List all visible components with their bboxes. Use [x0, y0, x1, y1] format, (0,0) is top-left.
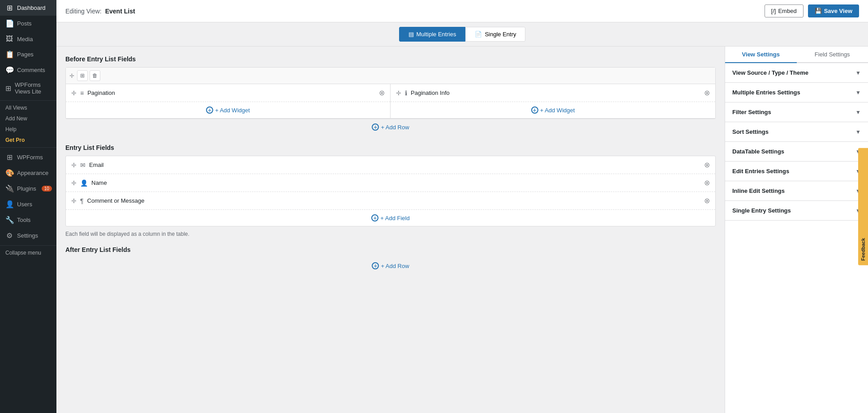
pagination-info-icon: ℹ	[405, 89, 407, 97]
add-field-icon: +	[371, 214, 378, 221]
email-icon: ✉	[80, 162, 86, 169]
editing-view-label: Editing View:	[65, 8, 102, 15]
entry-list-section: Entry List Fields ✛ ✉ Email ⊗ ✛ 👤 Name	[65, 144, 716, 237]
add-icon-2: +	[531, 106, 538, 114]
add-widget-btn-2[interactable]: + + Add Widget	[531, 106, 575, 114]
save-view-button[interactable]: 💾 Save View	[808, 4, 859, 17]
embed-button[interactable]: [/] Embed	[765, 4, 804, 17]
sidebar-item-pages[interactable]: 📋 Pages	[0, 47, 56, 62]
name-icon: 👤	[80, 179, 88, 187]
sidebar-divider-2	[0, 147, 56, 148]
settings-icon: ⚙	[5, 231, 13, 240]
sidebar-item-comments[interactable]: 💬 Comments	[0, 62, 56, 78]
accordion-edit-entries: Edit Entries Settings ▼	[725, 162, 868, 181]
after-entry-list-section: After Entry List Fields + + Add Row	[65, 246, 716, 274]
pagination-info-label: Pagination Info	[411, 89, 700, 96]
sidebar-item-get-pro[interactable]: Get Pro	[0, 135, 56, 145]
pagination-remove-btn[interactable]: ⊗	[379, 89, 385, 97]
accordion-sort-settings-header[interactable]: Sort Settings ▼	[725, 122, 868, 141]
pagination-info-remove-btn[interactable]: ⊗	[704, 89, 710, 97]
add-row-icon: +	[372, 123, 379, 131]
pagination-drag-handle[interactable]: ✛	[71, 89, 77, 97]
sidebar-item-appearance[interactable]: 🎨 Appearance	[0, 165, 56, 181]
accordion-inline-edit-header[interactable]: Inline Edit Settings ▼	[725, 181, 868, 200]
add-row-after-entry: + + Add Row	[65, 258, 716, 274]
email-drag-handle[interactable]: ✛	[71, 162, 77, 169]
pagination-info-field-row: ✛ ℹ Pagination Info ⊗	[391, 84, 715, 102]
sidebar-item-plugins[interactable]: 🔌 Plugins 10	[0, 181, 56, 196]
after-entry-list-title: After Entry List Fields	[65, 246, 716, 253]
feedback-widget[interactable]: Feedback	[858, 148, 868, 265]
sidebar-item-dashboard[interactable]: ⊞ Dashboard	[0, 0, 56, 16]
add-widget-btn-1[interactable]: + + Add Widget	[206, 106, 250, 114]
sidebar-item-tools[interactable]: 🔧 Tools	[0, 212, 56, 228]
add-row-after-btn[interactable]: + + Add Row	[372, 262, 409, 269]
posts-icon: 📄	[5, 19, 13, 28]
comment-drag-handle[interactable]: ✛	[71, 197, 77, 204]
chevron-down-icon-3: ▼	[855, 129, 861, 135]
accordion-multiple-entries-header[interactable]: Multiple Entries Settings ▼	[725, 83, 868, 102]
users-icon: 👤	[5, 200, 13, 209]
content-area: Before Entry List Fields ✛ ⊞ 🗑	[56, 47, 868, 413]
drag-handle-icon[interactable]: ✛	[69, 72, 74, 79]
sidebar: ⊞ Dashboard 📄 Posts 🖼 Media 📋 Pages 💬 Co…	[0, 0, 56, 413]
pagination-field-row: ✛ ≡ Pagination ⊗	[66, 84, 390, 102]
main-content: Editing View: Event List [/] Embed 💾 Sav…	[56, 0, 868, 413]
sidebar-item-wpforms[interactable]: ⊞ WPForms	[0, 149, 56, 165]
pagination-row: ✛ ≡ Pagination ⊗ + + Add Widget	[66, 84, 715, 119]
embed-icon: [/]	[771, 8, 776, 14]
sidebar-item-add-new[interactable]: Add New	[0, 113, 56, 124]
accordion-single-entry: Single Entry Settings ▼	[725, 201, 868, 221]
tab-view-settings[interactable]: View Settings	[725, 47, 797, 63]
sidebar-item-settings[interactable]: ⚙ Settings	[0, 228, 56, 243]
accordion-inline-edit: Inline Edit Settings ▼	[725, 181, 868, 201]
name-drag-handle[interactable]: ✛	[71, 179, 77, 187]
accordion-view-source-header[interactable]: View Source / Type / Theme ▼	[725, 63, 868, 82]
chevron-down-icon-1: ▼	[855, 89, 861, 96]
accordion-multiple-entries: Multiple Entries Settings ▼	[725, 83, 868, 102]
multiple-entries-icon: ▤	[408, 31, 414, 38]
add-field-row: + + Add Field	[66, 210, 715, 226]
accordion-single-entry-header[interactable]: Single Entry Settings ▼	[725, 201, 868, 220]
media-icon: 🖼	[5, 35, 13, 43]
sidebar-divider	[0, 100, 56, 101]
wpforms-views-icon: ⊞	[5, 84, 11, 93]
pages-icon: 📋	[5, 50, 13, 59]
tools-icon: 🔧	[5, 216, 13, 224]
name-remove-btn[interactable]: ⊗	[704, 179, 710, 187]
chevron-down-icon-2: ▼	[855, 109, 861, 115]
entry-list-title: Entry List Fields	[65, 144, 716, 151]
sidebar-item-wpforms-views[interactable]: ⊞ WPForms Views Lite	[0, 78, 56, 98]
accordion-edit-entries-header[interactable]: Edit Entries Settings ▼	[725, 162, 868, 181]
accordion-datatable-settings-header[interactable]: DataTable Settings ▼	[725, 142, 868, 161]
widget-header-icons: ⊞ 🗑	[77, 70, 100, 81]
tab-single-entry[interactable]: 📄 Single Entry	[465, 27, 525, 42]
sidebar-item-users[interactable]: 👤 Users	[0, 196, 56, 212]
before-entry-widget-container: ✛ ⊞ 🗑 ✛ ≡ Pagination	[65, 67, 716, 119]
comment-label: Comment or Message	[87, 197, 700, 204]
email-remove-btn[interactable]: ⊗	[704, 161, 710, 169]
pagination-info-drag-handle[interactable]: ✛	[396, 89, 401, 97]
layout-icon-btn[interactable]: ⊞	[77, 70, 88, 81]
sidebar-item-media[interactable]: 🖼 Media	[0, 31, 56, 47]
sidebar-item-help[interactable]: Help	[0, 124, 56, 135]
add-icon-1: +	[206, 106, 213, 114]
tab-multiple-entries[interactable]: ▤ Multiple Entries	[399, 27, 466, 42]
sidebar-collapse-menu[interactable]: Collapse menu	[0, 247, 56, 258]
accordion-filter-settings-header[interactable]: Filter Settings ▼	[725, 102, 868, 122]
delete-row-btn[interactable]: 🗑	[90, 70, 100, 81]
add-field-btn[interactable]: + + Add Field	[371, 214, 409, 221]
tab-bar: ▤ Multiple Entries 📄 Single Entry	[56, 22, 868, 47]
sidebar-item-all-views[interactable]: All Views	[0, 102, 56, 113]
tab-field-settings[interactable]: Field Settings	[797, 47, 868, 63]
comment-remove-btn[interactable]: ⊗	[704, 196, 710, 205]
email-field-row: ✛ ✉ Email ⊗	[66, 156, 715, 174]
accordion-filter-settings: Filter Settings ▼	[725, 102, 868, 122]
single-entry-icon: 📄	[475, 31, 482, 38]
sidebar-item-posts[interactable]: 📄 Posts	[0, 16, 56, 31]
add-row-before-btn[interactable]: + + Add Row	[372, 123, 409, 131]
top-bar: Editing View: Event List [/] Embed 💾 Sav…	[56, 0, 868, 22]
appearance-icon: 🎨	[5, 169, 13, 177]
name-field-row: ✛ 👤 Name ⊗	[66, 174, 715, 192]
pagination-label: Pagination	[87, 89, 375, 96]
